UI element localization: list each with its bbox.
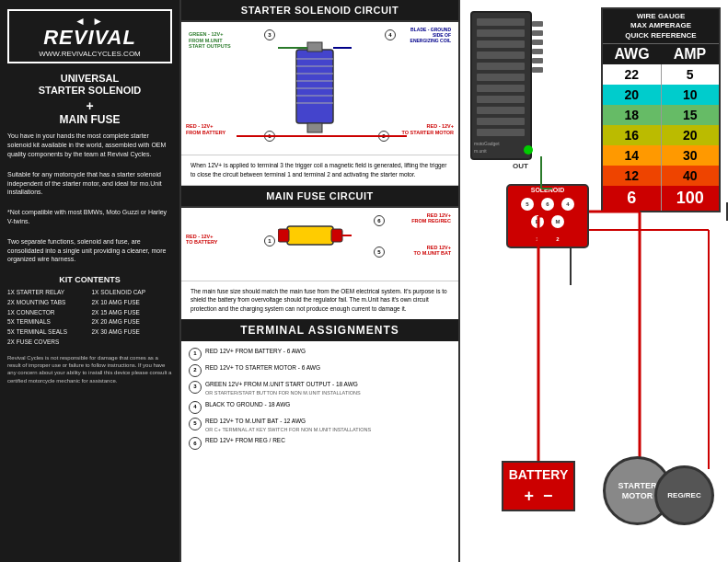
terminal-6-dot: 6 [374,215,385,226]
terminal-list: 1RED 12V+ FROM BATTERY - 6 AWG2RED 12V+ … [181,341,458,459]
terminal-item: 5RED 12V+ TO M.UNIT BAT - 12 AWGOR C+ TE… [189,417,451,434]
terminal-description: RED 12V+ FROM REG / REC [205,436,285,444]
terminal-item: 4BLACK TO GROUND - 18 AWG [189,400,451,414]
reg-rec-label: REG/REC [667,491,700,500]
blade-label: BLADE - GROUNDSIDE OFENERGIZING COIL [410,27,451,43]
terminal-assignments-header: TERMINAL ASSIGNMENTS [181,319,458,341]
description-4: Two separate functions, solenoid and fus… [7,237,172,264]
revival-logo: ◄ ► REVIVAL WWW.REVIVALCYCLES.COM [7,9,172,63]
terminal-assignments-section: TERMINAL ASSIGNMENTS 1RED 12V+ FROM BATT… [181,319,458,459]
terminal-1b-dot: 1 [264,235,275,247]
brand-name: REVIVAL [13,28,167,48]
svg-rect-0 [296,50,333,123]
right-panel: WIRE GAUGEMAX AMPERAGEQUICK REFERENCE AW… [460,0,728,562]
kit-item: 5X TERMINAL SEALS [7,327,88,337]
reg-rec-component: REG/REC [654,465,714,525]
middle-panel: STARTER SOLENOID CIRCUIT GREEN - 12V+FRO… [179,0,460,562]
disclaimer-text: Revival Cycles is not responsible for da… [7,354,172,385]
red-to-battery-label: RED - 12V+TO BATTERY [186,234,217,246]
solenoid-body-text: When 12V+ is applied to terminal 3 the t… [181,155,458,186]
terminal-description: BLACK TO GROUND - 18 AWG [205,400,290,408]
description-2: Suitable for any motorcycle that has a s… [7,170,172,197]
svg-rect-15 [331,229,342,242]
terminal-description: RED 12V+ FROM BATTERY - 6 AWG [205,347,306,355]
website-url: WWW.REVIVALCYCLES.COM [13,50,167,58]
terminal-5-dot: 5 [374,247,385,258]
kit-item: 2X MOUNTING TABS [7,298,88,307]
solenoid-diagram: GREEN - 12V+FROM M.UNITSTART OUTPUTS 3 B… [181,22,458,155]
terminal-number: 4 [189,401,202,414]
fuse-visual [278,212,352,268]
description-3: *Not compatible with most BMWs, Moto Guz… [7,208,172,226]
solenoid-section-header: STARTER SOLENOID CIRCUIT [181,0,458,22]
starter-motor-label: STARTERMOTOR [618,481,657,501]
bottom-wire [181,127,458,155]
terminal-description: RED 12V+ TO STARTER MOTOR - 6 AWG [205,363,320,372]
product-title1: UNIVERSALSTARTER SOLENOID [7,73,172,97]
main-fuse-diagram: RED 12V+FROM REG/REC 6 RED - 12V+TO BATT… [181,208,458,281]
kit-item: 5X TERMINALS [7,317,88,327]
kit-contents-title: KIT CONTENTS [7,275,172,284]
battery-minus: − [543,487,553,506]
terminal-description: RED 12V+ TO M.UNIT BAT - 12 AWGOR C+ TER… [205,417,371,434]
product-title2: MAIN FUSE [7,113,172,126]
terminal-item: 3GREEN 12V+ FROM M.UNIT START OUTPUT - 1… [189,380,451,397]
terminal-item: 1RED 12V+ FROM BATTERY - 6 AWG [189,347,451,361]
kit-item: 1X CONNECTOR [7,308,88,317]
terminal-3-dot: 3 [264,29,275,40]
kit-item [92,338,173,347]
kit-item: 2X 10 AMG FUSE [92,298,173,307]
terminal-description: GREEN 12V+ FROM M.UNIT START OUTPUT - 18… [205,380,361,397]
kit-item: 1X STARTER RELAY [7,288,88,297]
terminal-number: 6 [189,437,202,450]
battery-box: BATTERY + − [502,461,575,511]
svg-rect-14 [278,229,289,242]
main-fuse-body-text: The main fuse size should match the main… [181,281,458,319]
kit-item: 2X 15 AMG FUSE [92,308,173,317]
terminal-4-dot: 4 [385,29,396,40]
kit-item: 2X 30 AMG FUSE [92,327,173,337]
terminal-number: 5 [189,418,202,430]
red-to-munit-label: RED 12V+TO M.UNIT BAT [414,245,451,257]
left-panel: ◄ ► REVIVAL WWW.REVIVALCYCLES.COM UNIVER… [0,0,179,562]
green-wire-label: GREEN - 12V+FROM M.UNITSTART OUTPUTS [189,31,231,50]
terminal-item: 2RED 12V+ TO STARTER MOTOR - 6 AWG [189,363,451,377]
kit-item: 2X FUSE COVERS [7,338,88,347]
kit-item: 2X 20 AMG FUSE [92,317,173,327]
description-1: You have in your hands the most complete… [7,132,172,158]
kit-item: 1X SOLENOID CAP [92,288,173,297]
terminal-number: 1 [189,348,202,361]
kit-contents-grid: 1X STARTER RELAY1X SOLENOID CAP2X MOUNTI… [7,288,172,347]
main-fuse-section-header: MAIN FUSE CIRCUIT [181,186,458,208]
battery-label: BATTERY [509,467,569,482]
svg-rect-13 [287,226,333,245]
terminal-number: 3 [189,381,202,394]
kit-contents-section: KIT CONTENTS 1X STARTER RELAY1X SOLENOID… [7,275,172,347]
red-from-reg-label: RED 12V+FROM REG/REC [411,212,451,224]
terminal-item: 6RED 12V+ FROM REG / REC [189,436,451,450]
terminal-number: 2 [189,364,202,377]
svg-rect-8 [307,42,322,52]
battery-plus: + [524,487,534,506]
plus-sign: + [7,98,172,113]
